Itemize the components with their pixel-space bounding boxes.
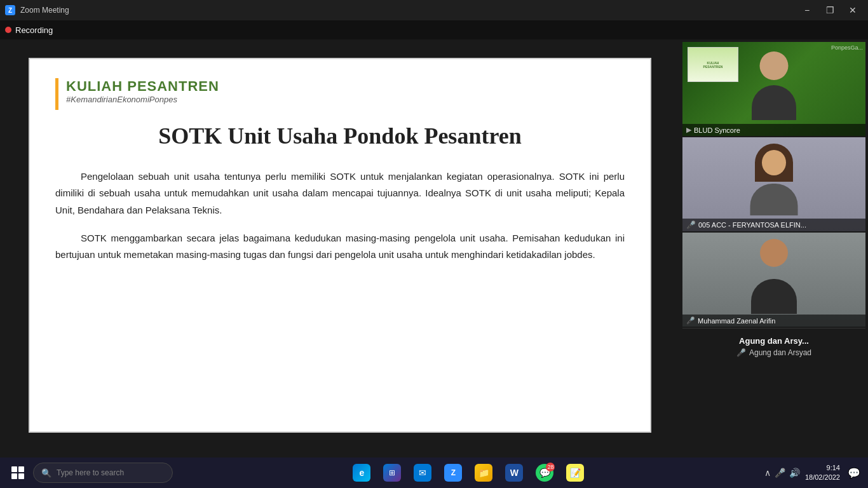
tile-2-background [682, 137, 865, 231]
tile-2-name: 005 ACC - FERYANTOSA ELFIN... [698, 221, 806, 229]
window-title: Zoom Meeting [20, 6, 69, 15]
tile-1-background: KULIAHPESANTREN PonpesGa... [682, 42, 865, 136]
main-content-area: KULIAH PESANTREN #KemandirianEkonomiPonp… [0, 39, 680, 451]
whatsapp-badge: 28 [546, 463, 555, 471]
zoom-taskbar-icon: Z [444, 464, 462, 482]
taskbar-app-icons: e ⊞ ✉ Z 📁 W 💬 28 📝 [348, 459, 589, 487]
tile-brand-text: PonpesGa... [831, 44, 863, 51]
slide-paragraph-2: SOTK menggambarkan secara jelas bagaiman… [55, 230, 625, 264]
zoom-app-icon: Z [5, 5, 15, 15]
person-head-3 [760, 239, 788, 267]
system-tray: ∧ 🎤 🔊 [764, 468, 800, 478]
start-button[interactable] [5, 460, 31, 485]
win-quad-3 [11, 473, 17, 479]
taskbar-sticky-app[interactable]: 📝 [561, 459, 589, 487]
taskbar-store-app[interactable]: ⊞ [378, 459, 406, 487]
accent-bar [55, 78, 58, 110]
taskbar-explorer-app[interactable]: 📁 [470, 459, 498, 487]
slide-body: Pengelolaan sebuah unit usaha tentunya p… [55, 168, 625, 263]
audio-mic-label: Agung dan Arsyad [749, 348, 811, 357]
taskbar-right: ∧ 🎤 🔊 9:14 18/02/2022 💬 [764, 463, 863, 483]
sticky-notes-icon: 📝 [566, 464, 584, 482]
audio-participant: Agung dan Arsy... 🎤 Agung dan Arsyad [682, 328, 865, 361]
person-face-2 [762, 150, 786, 175]
mail-icon: ✉ [414, 464, 431, 482]
explorer-icon: 📁 [475, 464, 492, 482]
tile-2-label: 🎤 005 ACC - FERYANTOSA ELFIN... [682, 219, 865, 231]
slide-thumbnail: KULIAHPESANTREN [688, 47, 738, 82]
slide-heading: SOTK Unit Usaha Pondok Pesantren [55, 123, 625, 149]
slide-brand-title: KULIAH PESANTREN [66, 78, 219, 95]
right-panel: KULIAHPESANTREN PonpesGa... ▶ BLUD Synco… [680, 39, 868, 451]
tile-1-label: ▶ BLUD Syncore [682, 124, 865, 136]
window-controls: − ❐ ✕ [797, 4, 863, 17]
audio-row: 🎤 Agung dan Arsyad [736, 348, 811, 357]
tile-3-label: 🎤 Muhammad Zaenal Arifin [682, 315, 865, 327]
slide-thumb-content: KULIAHPESANTREN [688, 48, 738, 81]
tile-3-background [682, 233, 865, 327]
taskbar-left: 🔍 Type here to search [5, 460, 173, 485]
slide-container: KULIAH PESANTREN #KemandirianEkonomiPonp… [29, 58, 651, 433]
person-head-1 [760, 51, 789, 80]
clock-time: 9:14 [805, 463, 840, 473]
slide-paragraph-1: Pengelolaan sebuah unit usaha tentunya p… [55, 168, 625, 219]
maximize-button[interactable]: ❐ [820, 4, 840, 17]
participant-tile-acc: 🎤 005 ACC - FERYANTOSA ELFIN... [682, 137, 865, 231]
chevron-up-icon[interactable]: ∧ [764, 468, 771, 478]
win-quad-1 [11, 466, 17, 472]
tile-3-name: Muhammad Zaenal Arifin [698, 317, 775, 325]
recording-dot [5, 27, 11, 33]
participant-tile-zaenal: 🎤 Muhammad Zaenal Arifin [682, 233, 865, 327]
tile-3-icon: 🎤 [686, 316, 695, 325]
taskbar-mail-app[interactable]: ✉ [409, 459, 437, 487]
recording-label: Recording [15, 25, 53, 35]
close-button[interactable]: ✕ [843, 4, 863, 17]
time-date-display: 9:14 18/02/2022 [805, 463, 840, 483]
person-body-2 [750, 184, 798, 215]
title-bar: Z Zoom Meeting − ❐ ✕ [0, 0, 868, 20]
windows-logo [11, 466, 24, 479]
tile-1-icon: ▶ [686, 126, 691, 134]
taskbar-edge-app[interactable]: e [348, 459, 376, 487]
person-body-3 [751, 279, 797, 314]
win-quad-4 [18, 473, 24, 479]
taskbar-zoom-app[interactable]: Z [439, 459, 467, 487]
slide-hashtag: #KemandirianEkonomiPonpes [66, 95, 219, 104]
slide-header-text: KULIAH PESANTREN #KemandirianEkonomiPonp… [66, 78, 219, 104]
tile-1-name: BLUD Syncore [694, 126, 740, 134]
mic-muted-icon-2: 🎤 [686, 220, 696, 229]
word-icon: W [505, 464, 523, 482]
participant-tile-blud: KULIAHPESANTREN PonpesGa... ▶ BLUD Synco… [682, 42, 865, 136]
audio-mic-icon: 🎤 [736, 348, 746, 357]
search-placeholder: Type here to search [57, 468, 124, 477]
notification-center-icon[interactable]: 💬 [845, 464, 863, 482]
recording-bar: Recording [0, 20, 868, 39]
taskbar: 🔍 Type here to search e ⊞ ✉ Z 📁 W 💬 28 📝 [0, 458, 868, 488]
slide-header: KULIAH PESANTREN #KemandirianEkonomiPonp… [55, 78, 625, 110]
win-quad-2 [18, 466, 24, 472]
title-bar-left: Z Zoom Meeting [5, 5, 69, 15]
volume-icon[interactable]: 🔊 [789, 468, 800, 478]
taskbar-whatsapp-app[interactable]: 💬 28 [531, 459, 559, 487]
person-body-1 [752, 85, 796, 120]
store-icon: ⊞ [383, 464, 401, 482]
microphone-tray-icon: 🎤 [775, 468, 785, 478]
clock-date: 18/02/2022 [805, 473, 840, 482]
search-icon: 🔍 [41, 468, 51, 478]
taskbar-word-app[interactable]: W [500, 459, 528, 487]
audio-display-name: Agung dan Arsy... [739, 336, 809, 346]
minimize-button[interactable]: − [797, 4, 817, 17]
edge-icon: e [353, 464, 370, 482]
search-bar[interactable]: 🔍 Type here to search [33, 463, 173, 483]
